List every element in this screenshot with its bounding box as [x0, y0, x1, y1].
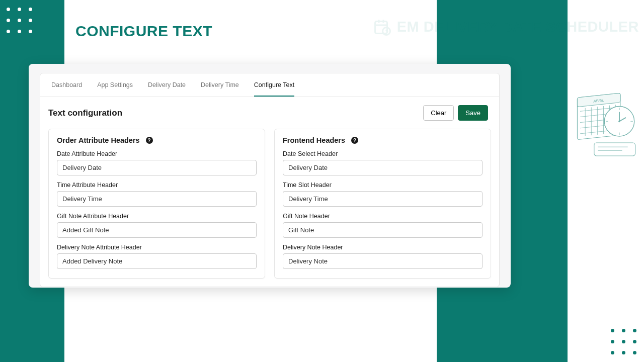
help-icon[interactable]: ? [351, 137, 358, 144]
help-icon[interactable]: ? [146, 137, 153, 144]
delivery-note-input[interactable] [283, 253, 482, 269]
frontend-heading-text: Frontend Headers [283, 136, 345, 144]
date-select-label: Date Select Header [283, 150, 482, 157]
decor-dots-top-left [7, 8, 32, 33]
section-header: Text configuration Clear Save [40, 97, 499, 121]
card: Dashboard App Settings Delivery Date Del… [40, 73, 500, 287]
svg-rect-29 [594, 143, 635, 156]
decor-dots-bottom-right [611, 329, 636, 354]
delivery-note-attr-label: Delivery Note Attribute Header [57, 244, 257, 251]
page-title: CONFIGURE TEXT [75, 23, 212, 40]
time-attr-input[interactable] [57, 191, 257, 207]
save-button[interactable]: Save [458, 105, 488, 121]
section-title: Text configuration [48, 108, 122, 118]
delivery-note-label: Delivery Note Header [283, 244, 482, 251]
order-attribute-headers-card: Order Attribute Headers ? Date Attribute… [48, 129, 265, 279]
clear-button[interactable]: Clear [423, 105, 454, 121]
svg-line-6 [386, 31, 388, 32]
tab-dashboard[interactable]: Dashboard [51, 73, 82, 97]
gift-note-label: Gift Note Header [283, 213, 482, 220]
time-slot-label: Time Slot Header [283, 182, 482, 189]
calendar-clock-illustration: APRIL [574, 85, 639, 161]
frontend-heading: Frontend Headers ? [283, 136, 482, 144]
gift-attr-label: Gift Note Attribute Header [57, 213, 257, 220]
date-attr-label: Date Attribute Header [57, 150, 257, 157]
tab-delivery-date[interactable]: Delivery Date [148, 73, 186, 97]
brand-watermark: EM DELIVERY DATE SCHEDULER [373, 18, 639, 36]
gift-note-input[interactable] [283, 222, 482, 238]
section-actions: Clear Save [423, 105, 488, 121]
gift-attr-input[interactable] [57, 222, 257, 238]
tab-configure-text[interactable]: Configure Text [254, 73, 294, 97]
brand-text: EM DELIVERY DATE SCHEDULER [397, 19, 639, 35]
tab-app-settings[interactable]: App Settings [97, 73, 133, 97]
tabs: Dashboard App Settings Delivery Date Del… [40, 73, 499, 97]
time-slot-input[interactable] [283, 191, 482, 207]
form-columns: Order Attribute Headers ? Date Attribute… [40, 121, 499, 287]
tab-delivery-time[interactable]: Delivery Time [201, 73, 239, 97]
frontend-headers-card: Frontend Headers ? Date Select Header Ti… [274, 129, 491, 279]
time-attr-label: Time Attribute Header [57, 182, 257, 189]
panel: Dashboard App Settings Delivery Date Del… [29, 64, 511, 288]
delivery-note-attr-input[interactable] [57, 253, 257, 269]
calendar-clock-icon [373, 18, 391, 36]
order-attr-heading: Order Attribute Headers ? [57, 136, 257, 144]
date-attr-input[interactable] [57, 160, 257, 175]
order-attr-heading-text: Order Attribute Headers [57, 136, 140, 144]
date-select-input[interactable] [283, 160, 482, 175]
